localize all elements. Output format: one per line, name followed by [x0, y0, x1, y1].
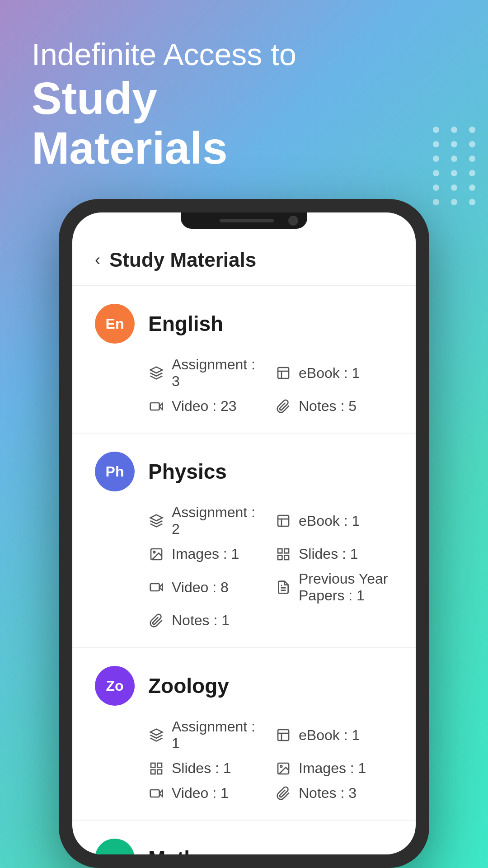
physics-name: Physics — [148, 459, 227, 484]
phone-mockup: ‹ Study Materials EnEnglishAssignment : … — [59, 199, 429, 868]
stat-label: Previous Year Papers : 1 — [299, 571, 393, 604]
layers-icon — [148, 513, 164, 529]
stat-label: Video : 8 — [172, 579, 229, 596]
phone-notch — [181, 212, 307, 229]
zoology-name: Zoology — [148, 674, 229, 698]
svg-marker-6 — [150, 515, 163, 521]
phone-screen: ‹ Study Materials EnEnglishAssignment : … — [72, 212, 416, 854]
image-icon — [275, 760, 291, 777]
stat-label: Notes : 5 — [299, 398, 357, 415]
hero-line2: StudyMaterials — [32, 73, 296, 173]
stat-label: Images : 1 — [172, 546, 239, 562]
stat-label: Assignment : 2 — [172, 504, 266, 538]
svg-rect-27 — [151, 769, 155, 774]
english-stats: Assignment : 3eBook : 1Video : 23Notes :… — [95, 356, 393, 415]
svg-rect-30 — [150, 790, 160, 797]
video-icon — [148, 579, 164, 595]
zoology-stats: Assignment : 1eBook : 1Slides : 1Images … — [95, 718, 393, 802]
image-icon — [148, 546, 164, 562]
stat-label: Slides : 1 — [299, 546, 358, 562]
stat-label: Notes : 3 — [299, 785, 357, 802]
subject-item-zoology[interactable]: ZoZoologyAssignment : 1eBook : 1Slides :… — [72, 648, 416, 821]
svg-marker-0 — [150, 367, 163, 373]
physics-stat-paperclip: Notes : 1 — [148, 612, 266, 629]
svg-rect-26 — [158, 769, 162, 774]
english-stat-video: Video : 23 — [148, 398, 266, 415]
zoology-stat-grid: Slides : 1 — [148, 760, 266, 777]
svg-rect-16 — [150, 584, 160, 591]
physics-stat-video: Video : 8 — [148, 571, 266, 604]
svg-rect-14 — [285, 555, 289, 559]
maths-name: Maths — [148, 846, 208, 854]
notch-camera — [288, 216, 298, 226]
svg-rect-15 — [278, 555, 282, 559]
zoology-avatar: Zo — [95, 666, 135, 706]
layers-icon — [148, 365, 164, 381]
stat-label: Video : 23 — [172, 398, 237, 415]
grid-icon — [148, 760, 164, 777]
book-icon — [275, 727, 291, 743]
subject-list[interactable]: EnEnglishAssignment : 3eBook : 1Video : … — [72, 286, 416, 854]
video-icon — [148, 398, 164, 415]
zoology-stat-paperclip: Notes : 3 — [275, 785, 393, 802]
stat-label: eBook : 1 — [299, 513, 360, 529]
zoology-stat-book: eBook : 1 — [275, 718, 393, 752]
zoology-stat-layers: Assignment : 1 — [148, 718, 266, 752]
book-icon — [275, 513, 291, 529]
layers-icon — [148, 727, 164, 743]
svg-rect-7 — [278, 515, 289, 526]
svg-rect-25 — [158, 763, 162, 767]
english-stat-paperclip: Notes : 5 — [275, 398, 393, 415]
svg-point-11 — [153, 551, 155, 553]
svg-marker-20 — [150, 729, 163, 735]
physics-stat-file-text: Previous Year Papers : 1 — [275, 571, 393, 604]
notch-bar — [220, 219, 274, 222]
svg-rect-1 — [278, 368, 289, 378]
svg-rect-13 — [285, 549, 289, 553]
phone-frame: ‹ Study Materials EnEnglishAssignment : … — [59, 199, 429, 868]
hero-line1: Indefinite Access to — [32, 36, 296, 73]
physics-stat-image: Images : 1 — [148, 546, 266, 562]
stat-label: Video : 1 — [172, 785, 229, 802]
subject-item-physics[interactable]: PhPhysicsAssignment : 2eBook : 1Images :… — [72, 434, 416, 648]
physics-avatar: Ph — [95, 452, 135, 491]
stat-label: Images : 1 — [299, 760, 366, 777]
paperclip-icon — [275, 398, 291, 415]
subject-item-english[interactable]: EnEnglishAssignment : 3eBook : 1Video : … — [72, 286, 416, 434]
stat-label: Assignment : 3 — [172, 356, 266, 390]
hero-section: Indefinite Access to StudyMaterials — [32, 36, 296, 173]
svg-rect-21 — [278, 730, 289, 741]
english-stat-layers: Assignment : 3 — [148, 356, 266, 390]
book-icon — [275, 365, 291, 381]
dots-decoration — [433, 127, 479, 205]
physics-stat-book: eBook : 1 — [275, 504, 393, 538]
stat-label: Notes : 1 — [172, 612, 230, 629]
svg-point-29 — [280, 765, 282, 767]
paperclip-icon — [148, 613, 164, 629]
physics-stat-layers: Assignment : 2 — [148, 504, 266, 538]
english-avatar: En — [95, 304, 135, 344]
back-button[interactable]: ‹ — [95, 250, 100, 269]
file-text-icon — [275, 579, 291, 595]
stat-label: eBook : 1 — [299, 365, 360, 382]
physics-stats: Assignment : 2eBook : 1Images : 1Slides … — [95, 504, 393, 629]
screen-title: Study Materials — [109, 249, 256, 271]
zoology-stat-video: Video : 1 — [148, 785, 266, 802]
paperclip-icon — [275, 785, 291, 802]
video-icon — [148, 785, 164, 802]
stat-label: eBook : 1 — [299, 727, 360, 744]
maths-avatar: ma — [95, 839, 135, 854]
stat-label: Assignment : 1 — [172, 718, 266, 752]
zoology-stat-image: Images : 1 — [275, 760, 393, 777]
english-name: English — [148, 311, 223, 336]
physics-stat-grid: Slides : 1 — [275, 546, 393, 562]
svg-rect-12 — [278, 549, 282, 553]
svg-rect-24 — [151, 763, 155, 767]
subject-item-maths[interactable]: maMathsAssignment : 10Audio : 4eBook : 3… — [72, 821, 416, 854]
grid-icon — [275, 546, 291, 562]
stat-label: Slides : 1 — [172, 760, 231, 777]
english-stat-book: eBook : 1 — [275, 356, 393, 390]
svg-rect-4 — [150, 403, 160, 410]
